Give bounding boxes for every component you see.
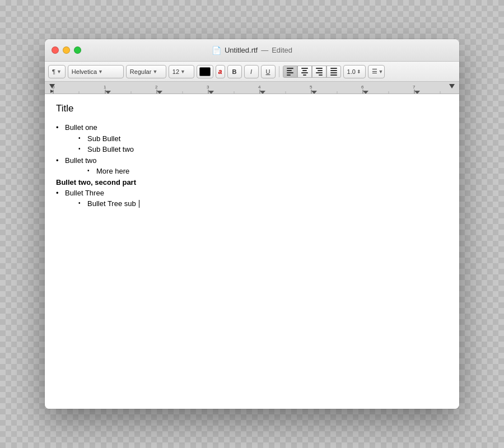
title-separator: — xyxy=(261,46,268,54)
align-left-button[interactable] xyxy=(283,66,297,78)
document-title: Title xyxy=(56,103,448,114)
main-bullet-list: Bullet one Sub Bullet Sub Bullet two Bul… xyxy=(56,122,448,177)
document-icon: 📄 xyxy=(212,46,221,55)
font-style: Regular xyxy=(130,68,152,75)
align-left-icon xyxy=(286,67,295,77)
bullet-two-text: Bullet two xyxy=(65,156,96,165)
window-title: Untitled.rtf xyxy=(225,46,258,54)
align-right-icon xyxy=(315,67,324,77)
svg-text:3: 3 xyxy=(207,85,209,90)
toolbar-separator-1 xyxy=(279,66,279,77)
list-item: Sub Bullet xyxy=(78,133,448,144)
paragraph-chevron: ▼ xyxy=(57,69,62,74)
bold-label: B xyxy=(232,68,237,75)
bullet-tree-sub-text: Bullet Tree sub xyxy=(87,199,136,208)
traffic-lights xyxy=(52,46,81,54)
titlebar: 📄 Untitled.rtf — Edited xyxy=(45,39,459,62)
bold-line-text: Bullet two, second part xyxy=(56,178,136,186)
app-window: 📄 Untitled.rtf — Edited ¶ ▼ Helvetica ▼ … xyxy=(45,39,459,409)
spacing-value: 1.0 xyxy=(347,68,356,75)
strikethrough-icon: a xyxy=(218,68,222,76)
sub-bullet-list-1: Sub Bullet Sub Bullet two xyxy=(65,133,448,155)
bold-button[interactable]: B xyxy=(227,65,242,78)
list-item: Bullet two More here xyxy=(56,155,448,177)
second-bullet-list: Bullet Three Bullet Tree sub xyxy=(56,188,448,209)
minimize-button[interactable] xyxy=(63,46,70,54)
sub-sub-bullet-list: More here xyxy=(65,166,448,177)
color-button[interactable] xyxy=(197,65,213,78)
bold-line: Bullet two, second part xyxy=(56,178,448,186)
titlebar-center: 📄 Untitled.rtf — Edited xyxy=(212,46,292,55)
font-size: 12 xyxy=(172,68,179,75)
sub-bullet-list-3: Bullet Tree sub xyxy=(65,198,448,209)
sub-bullet-text-1: Sub Bullet xyxy=(87,134,120,143)
maximize-button[interactable] xyxy=(74,46,81,54)
font-chevron: ▼ xyxy=(98,69,103,74)
align-justify-icon xyxy=(329,67,338,77)
color-swatch xyxy=(199,67,211,76)
italic-button[interactable]: I xyxy=(244,65,259,78)
list-icon: ☰ xyxy=(372,68,377,75)
list-button[interactable]: ☰ ▼ xyxy=(368,65,385,78)
list-item: Bullet Three Bullet Tree sub xyxy=(56,188,448,209)
bullet-one-text: Bullet one xyxy=(65,123,97,132)
svg-text:7: 7 xyxy=(413,85,416,90)
svg-text:4: 4 xyxy=(258,85,261,90)
font-selector[interactable]: Helvetica ▼ xyxy=(68,65,124,78)
underline-button[interactable]: U xyxy=(261,65,276,78)
document-content[interactable]: Title Bullet one Sub Bullet Sub Bullet t… xyxy=(45,94,459,409)
paragraph-button[interactable]: ¶ ▼ xyxy=(48,65,66,78)
size-selector[interactable]: 12 ▼ xyxy=(169,65,194,78)
list-item: More here xyxy=(87,166,448,177)
font-name: Helvetica xyxy=(72,68,97,75)
list-item: Bullet Tree sub xyxy=(78,198,448,209)
underline-label: U xyxy=(266,68,270,75)
bullet-three-text: Bullet Three xyxy=(65,189,104,197)
align-group xyxy=(283,66,341,78)
style-chevron: ▼ xyxy=(152,69,157,74)
italic-label: I xyxy=(250,68,252,75)
paragraph-symbol: ¶ xyxy=(52,68,55,75)
ruler-svg: 0 1 2 3 4 5 6 7 xyxy=(45,82,459,94)
edited-label: Edited xyxy=(272,46,292,54)
close-button[interactable] xyxy=(52,46,59,54)
style-selector[interactable]: Regular ▼ xyxy=(126,65,166,78)
text-cursor xyxy=(139,200,139,208)
align-center-icon xyxy=(300,67,309,77)
size-chevron: ▼ xyxy=(180,69,185,74)
svg-text:0: 0 xyxy=(52,85,55,90)
svg-text:1: 1 xyxy=(104,85,106,90)
svg-text:6: 6 xyxy=(361,85,364,90)
sub-bullet-text-2: Sub Bullet two xyxy=(87,145,134,153)
svg-text:5: 5 xyxy=(310,85,312,90)
strikethrough-button[interactable]: a xyxy=(216,65,225,78)
align-right-button[interactable] xyxy=(312,66,326,78)
more-here-text: More here xyxy=(96,167,129,175)
line-spacing-button[interactable]: 1.0 ⬍ xyxy=(343,65,366,78)
align-justify-button[interactable] xyxy=(326,66,341,78)
svg-text:2: 2 xyxy=(155,85,158,90)
spacing-chevron: ⬍ xyxy=(357,69,361,74)
align-center-button[interactable] xyxy=(297,66,312,78)
list-item: Bullet one Sub Bullet Sub Bullet two xyxy=(56,122,448,155)
list-item: Sub Bullet two xyxy=(78,144,448,155)
list-chevron: ▼ xyxy=(379,69,384,74)
ruler: 0 1 2 3 4 5 6 7 xyxy=(45,82,459,94)
toolbar: ¶ ▼ Helvetica ▼ Regular ▼ 12 ▼ a B xyxy=(45,62,459,82)
